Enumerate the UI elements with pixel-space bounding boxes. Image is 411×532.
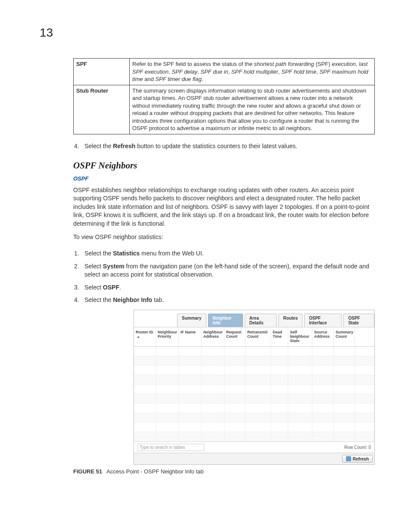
def-text: Refer to the SPF field to assess the sta… bbox=[130, 59, 375, 85]
figure-caption: FIGURE 51 Access Point - OSPF Neighbor I… bbox=[73, 468, 375, 475]
bottom-bar: Refresh bbox=[134, 453, 374, 464]
search-input[interactable] bbox=[137, 444, 204, 451]
column-header[interactable]: Request Count bbox=[224, 327, 246, 346]
table-row bbox=[134, 394, 374, 404]
tab-ospf-interface[interactable]: OSPF Interface bbox=[304, 314, 342, 327]
page-number: 13 bbox=[40, 26, 53, 40]
step-number: 2. bbox=[73, 262, 84, 279]
tab-area-details[interactable]: Area Details bbox=[245, 314, 277, 327]
table-row bbox=[134, 366, 374, 375]
column-header[interactable]: Summary Count bbox=[334, 327, 355, 346]
definition-table: SPFRefer to the SPF field to assess the … bbox=[73, 58, 375, 134]
tab-routes[interactable]: Routes bbox=[278, 314, 302, 327]
table-row bbox=[134, 347, 374, 356]
refresh-label: Refresh bbox=[353, 457, 369, 461]
column-header[interactable]: Router ID bbox=[134, 327, 156, 346]
grid-footer: Row Count: 0 bbox=[134, 442, 374, 453]
section-heading: OSPF Neighbors bbox=[73, 160, 375, 171]
row-count-label: Row Count: bbox=[344, 445, 367, 450]
step-text: Select OSPF. bbox=[84, 283, 375, 292]
table-row bbox=[134, 432, 374, 442]
grid-header: Router IDNeighbour PriorityIF NameNeighb… bbox=[134, 327, 374, 347]
step-text: Select System from the navigation pane (… bbox=[84, 262, 375, 279]
step-after-table: 4. Select the Refresh button to update t… bbox=[73, 142, 375, 151]
step-number: 4. bbox=[73, 296, 84, 305]
tabs-row: SummaryNeighbor InfoArea DetailsRoutesOS… bbox=[134, 310, 374, 327]
table-row bbox=[134, 423, 374, 432]
def-text: The summary screen displays information … bbox=[130, 85, 375, 134]
body-paragraph-2: To view OSPF neighbor statistics: bbox=[73, 233, 375, 242]
def-label: Stub Router bbox=[74, 85, 130, 134]
column-header[interactable]: Neighbour Address bbox=[202, 327, 224, 346]
table-row bbox=[134, 385, 374, 394]
neighbor-info-screenshot: SummaryNeighbor InfoArea DetailsRoutesOS… bbox=[134, 310, 375, 465]
grid-rows bbox=[134, 347, 374, 442]
tab-ospf-state[interactable]: OSPF State bbox=[343, 314, 374, 327]
refresh-button[interactable]: Refresh bbox=[342, 455, 373, 463]
step-text: Select the Refresh button to update the … bbox=[84, 142, 375, 151]
column-header[interactable]: Dead Time bbox=[271, 327, 288, 346]
table-row bbox=[134, 404, 374, 413]
ospf-link[interactable]: OSPF bbox=[73, 175, 375, 182]
table-row bbox=[134, 375, 374, 385]
figure-text: Access Point - OSPF Neighbor Info tab bbox=[106, 468, 203, 475]
column-header[interactable]: Retransmit Count bbox=[246, 327, 271, 346]
step-text: Select the Neighbor Info tab. bbox=[84, 296, 375, 305]
numbered-steps: 1.Select the Statistics menu from the We… bbox=[73, 249, 375, 305]
figure-label: FIGURE 51 bbox=[73, 468, 102, 475]
column-header[interactable]: Neighbour Priority bbox=[156, 327, 179, 346]
sort-asc-icon bbox=[137, 336, 140, 338]
step-number: 4. bbox=[73, 142, 84, 151]
row-count-value: 0 bbox=[368, 445, 371, 450]
body-paragraph-1: OSPF establishes neighbor relationships … bbox=[73, 186, 375, 228]
content-area: SPFRefer to the SPF field to assess the … bbox=[73, 58, 375, 475]
table-row bbox=[134, 413, 374, 423]
step-number: 1. bbox=[73, 249, 84, 258]
column-header[interactable]: Self Neighbour State bbox=[288, 327, 312, 346]
def-label: SPF bbox=[74, 59, 130, 85]
column-header[interactable]: IF Name bbox=[179, 327, 202, 346]
tab-summary[interactable]: Summary bbox=[177, 314, 206, 327]
refresh-icon bbox=[346, 456, 351, 461]
tab-neighbor-info[interactable]: Neighbor Info bbox=[208, 314, 243, 327]
table-row bbox=[134, 356, 374, 366]
column-header[interactable]: Source Address bbox=[312, 327, 334, 346]
step-text: Select the Statistics menu from the Web … bbox=[84, 249, 375, 258]
step-number: 3. bbox=[73, 283, 84, 292]
